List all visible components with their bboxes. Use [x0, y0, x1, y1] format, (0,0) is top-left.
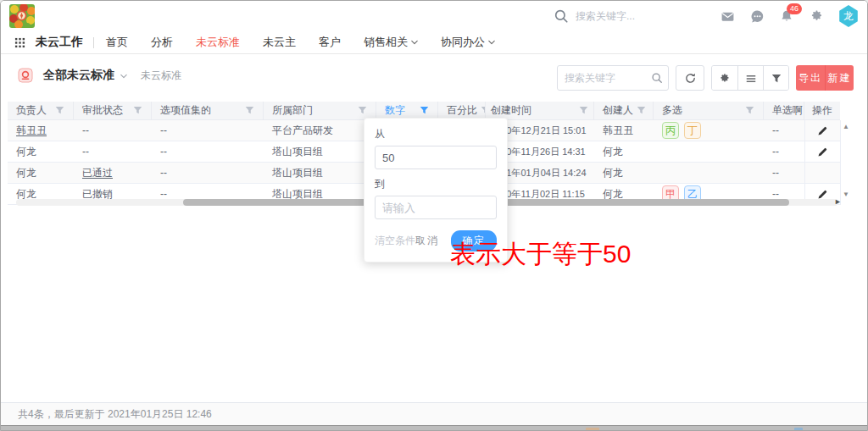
clear-conditions-link[interactable]: 清空条件: [375, 234, 415, 248]
create-button[interactable]: 新建: [825, 65, 854, 91]
col-number: 数字: [376, 102, 438, 119]
nav-item-home[interactable]: 首页: [106, 35, 128, 50]
refresh-button[interactable]: [676, 65, 704, 91]
taskbar-sliver: [586, 428, 599, 431]
table-search: [557, 65, 669, 91]
nav-item-analysis[interactable]: 分析: [151, 35, 173, 50]
window-bottom-edge: [1, 425, 867, 431]
tag: 丙: [662, 122, 679, 139]
view-selector: 全部未云标准 未云标准: [18, 68, 181, 83]
scroll-right-arrow[interactable]: ►: [834, 197, 842, 206]
view-type-label: 未云标准: [141, 69, 181, 83]
filter-funnel-icon[interactable]: [245, 106, 254, 115]
col-actions: 操作: [804, 102, 840, 119]
company-logo[interactable]: [9, 4, 35, 28]
view-title[interactable]: 全部未云标准: [43, 68, 114, 83]
global-search-input[interactable]: [576, 10, 703, 22]
chevron-down-icon: [488, 39, 495, 46]
to-label: 到: [375, 177, 497, 191]
taskbar-sliver: [794, 428, 803, 431]
avatar[interactable]: 龙: [838, 5, 859, 27]
vertical-scrollbar[interactable]: ▲ ▼: [840, 120, 850, 205]
gear-icon[interactable]: [809, 8, 824, 24]
col-owner: 负责人: [8, 102, 74, 119]
filter-button[interactable]: [763, 66, 788, 91]
chevron-down-icon: [411, 39, 418, 46]
notification-badge: 46: [787, 3, 802, 14]
topbar: 46 龙: [1, 1, 867, 31]
filter-funnel-icon[interactable]: [745, 106, 754, 115]
list-view-button[interactable]: [737, 66, 763, 91]
from-input[interactable]: [375, 146, 497, 169]
chat-icon[interactable]: [749, 8, 765, 24]
table-toolbar: 导出 新建: [557, 65, 854, 91]
to-input[interactable]: [375, 196, 497, 219]
annotation-text: 表示大于等于50: [450, 237, 631, 272]
edit-pencil-icon[interactable]: [817, 125, 828, 136]
chevron-down-icon[interactable]: [120, 73, 127, 80]
col-percent: 百分比: [438, 102, 486, 119]
object-icon: [18, 68, 33, 83]
filter-funnel-icon[interactable]: [579, 106, 588, 115]
col-department: 所属部门: [264, 102, 376, 119]
export-button[interactable]: 导出: [796, 65, 825, 91]
apps-grid-icon[interactable]: [14, 37, 25, 48]
global-search: [554, 1, 703, 31]
col-created-time: 创建时间: [486, 102, 594, 119]
col-approval: 审批状态: [74, 102, 152, 119]
filter-funnel-icon[interactable]: [637, 106, 646, 115]
nav-item-customer[interactable]: 客户: [319, 35, 341, 50]
filter-funnel-icon[interactable]: [358, 106, 367, 115]
col-creator: 创建人: [594, 102, 654, 119]
record-count-summary: 共4条，最后更新于 2021年01月25日 12:46: [18, 408, 212, 420]
tag: 丁: [684, 122, 701, 139]
nav-divider: [93, 37, 94, 48]
cancel-button[interactable]: 取消: [415, 234, 439, 248]
search-icon: [554, 8, 569, 24]
nav-item-sales[interactable]: 销售相关: [364, 35, 418, 50]
edit-pencil-icon[interactable]: [817, 189, 828, 200]
filter-funnel-icon[interactable]: [55, 106, 64, 115]
table-search-input[interactable]: [558, 72, 646, 84]
status-bar: 共4条，最后更新于 2021年01月25日 12:46: [1, 402, 867, 425]
col-multi-select: 多选: [654, 102, 764, 119]
search-icon[interactable]: [646, 72, 668, 84]
workspace-title[interactable]: 未云工作: [36, 35, 83, 50]
column-settings-button[interactable]: [712, 66, 737, 91]
nav-item-weiyun-standard[interactable]: 未云标准: [196, 35, 240, 50]
app-window: 46 龙 未云工作 首页 分析 未云标准 未云主 客户 销售相关 协同办公 全部: [0, 0, 868, 431]
mail-icon[interactable]: [720, 8, 735, 24]
filter-funnel-icon[interactable]: [133, 106, 142, 115]
nav-item-collab[interactable]: 协同办公: [441, 35, 495, 50]
nav-item-weiyun-main[interactable]: 未云主: [263, 35, 296, 50]
main-nav: 未云工作 首页 分析 未云标准 未云主 客户 销售相关 协同办公: [1, 31, 867, 54]
bell-icon[interactable]: 46: [779, 8, 794, 24]
scroll-up-arrow[interactable]: ▲: [842, 123, 850, 130]
filter-funnel-icon-active[interactable]: [420, 106, 429, 115]
col-option-set: 选项值集的: [152, 102, 264, 119]
scroll-down-arrow[interactable]: ▼: [842, 191, 850, 198]
col-single-select: 单选啊: [764, 102, 804, 119]
edit-pencil-icon[interactable]: [817, 146, 828, 157]
from-label: 从: [375, 127, 497, 141]
